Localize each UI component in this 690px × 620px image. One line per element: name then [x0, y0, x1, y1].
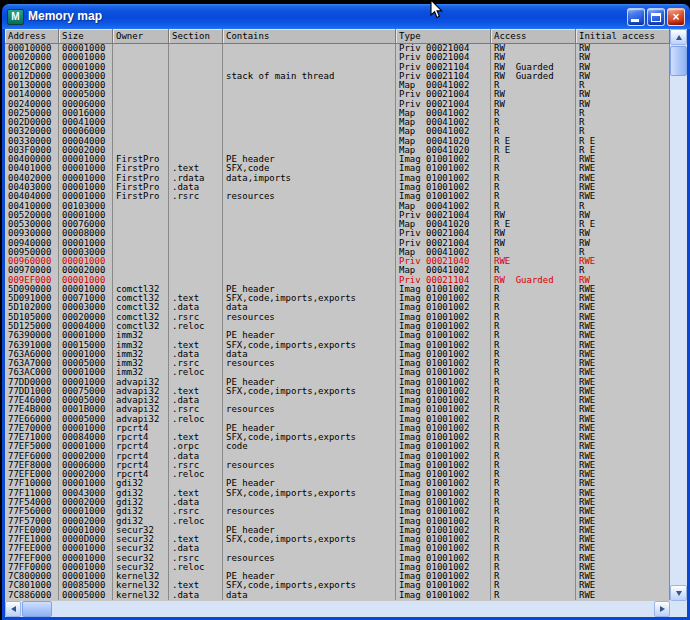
column-header-section[interactable]: Section: [169, 29, 223, 44]
cell-section: [169, 202, 223, 211]
table-row[interactable]: 77DD000000001000advapi32PE headerImag 01…: [5, 378, 670, 387]
table-row[interactable]: 0094000000001000Priv 00021004RWRW: [5, 239, 670, 248]
cell-contains: [223, 81, 396, 90]
scrollbar-corner-resize-grip[interactable]: [670, 601, 687, 617]
column-header-access[interactable]: Access: [491, 29, 576, 44]
table-row[interactable]: 0014000000005000Priv 00021004RWRW: [5, 90, 670, 99]
table-row[interactable]: 0040400000001000FirstPro.rsrcresourcesIm…: [5, 192, 670, 201]
table-row[interactable]: 7639100000015000imm32.textSFX,code,impor…: [5, 341, 670, 350]
table-row[interactable]: 763AC00000001000imm32.relocImag 01001002…: [5, 368, 670, 377]
table-row[interactable]: 0052000000001000Priv 00021004RWRW: [5, 211, 670, 220]
cell-contains: data: [223, 591, 396, 600]
minimize-button[interactable]: [627, 8, 645, 26]
table-row[interactable]: 5D10200000003000comctl32.datadataImag 01…: [5, 303, 670, 312]
cell-address: 00970000: [5, 266, 59, 275]
table-row[interactable]: 7C88600000005000kernel32.datadataImag 01…: [5, 591, 670, 600]
table-row[interactable]: 002D000000041000Map 00041002RR: [5, 118, 670, 127]
table-row[interactable]: 77F5600000001000gdi32.rsrcresourcesImag …: [5, 507, 670, 516]
table-row[interactable]: 5D12500000004000comctl32.relocImag 01001…: [5, 322, 670, 331]
column-header-owner[interactable]: Owner: [113, 29, 169, 44]
vscroll-up-button[interactable]: [670, 29, 687, 45]
table-row[interactable]: 77FF000000001000secur32.relocImag 010010…: [5, 563, 670, 572]
table-row[interactable]: 0032000000006000Map 00041002RR: [5, 127, 670, 136]
table-row[interactable]: 0025000000016000Map 00041002RR: [5, 109, 670, 118]
table-row[interactable]: 0001000000001000Priv 00021004RWRW: [5, 44, 670, 53]
table-row[interactable]: 7C80000000001000kernel32PE headerImag 01…: [5, 572, 670, 581]
table-row[interactable]: 763A600000001000imm32.datadataImag 01001…: [5, 350, 670, 359]
column-header-address[interactable]: Address: [5, 29, 59, 44]
table-row[interactable]: 77EF600000002000rpcrt4.dataImag 01001002…: [5, 452, 670, 461]
table-row[interactable]: 77F5700000002000gdi32.relocImag 01001002…: [5, 517, 670, 526]
table-row[interactable]: 77E7100000084000rpcrt4.textSFX,code,impo…: [5, 433, 670, 442]
cell-section: [169, 146, 223, 155]
table-row[interactable]: 5D10500000020000comctl32.rsrcresourcesIm…: [5, 313, 670, 322]
cell-size: 00001000: [59, 442, 113, 451]
table-row[interactable]: 0040100000001000FirstPro.textSFX,codeIma…: [5, 164, 670, 173]
table-row[interactable]: 0041000000103000Map 00041002RR: [5, 202, 670, 211]
titlebar[interactable]: M Memory map ×: [2, 4, 690, 29]
table-row[interactable]: 77E7000000001000rpcrt4PE headerImag 0100…: [5, 424, 670, 433]
table-row[interactable]: 0033000000004000Map 00041020R ER E: [5, 137, 670, 146]
table-row[interactable]: 77EF800000006000rpcrt4.rsrcresourcesImag…: [5, 461, 670, 470]
table-row[interactable]: 5D09000000001000comctl32PE headerImag 01…: [5, 285, 670, 294]
table-row[interactable]: 0002000000001000Priv 00021004RWRW: [5, 53, 670, 62]
cell-address: 77EF5000: [5, 442, 59, 451]
column-header-size[interactable]: Size: [59, 29, 113, 44]
table-row[interactable]: 009EF00000001000Priv 00021104RW GuardedR…: [5, 276, 670, 285]
column-header-contains[interactable]: Contains: [223, 29, 396, 44]
table-row[interactable]: 0012D00000003000stack of main threadPriv…: [5, 72, 670, 81]
table-row[interactable]: 77EFE00000002000rpcrt4.relocImag 0100100…: [5, 470, 670, 479]
column-header-initial-access[interactable]: Initial access: [576, 29, 670, 44]
table-row[interactable]: 0097000000002000Map 00041002RR: [5, 266, 670, 275]
cell-owner: secur32: [113, 554, 169, 563]
hscroll-thumb[interactable]: [22, 601, 52, 617]
cell-size: 00001000: [59, 350, 113, 359]
table-row[interactable]: 7639000000001000imm32PE headerImag 01001…: [5, 331, 670, 340]
table-row[interactable]: 763A700000005000imm32.rsrcresourcesImag …: [5, 359, 670, 368]
close-button[interactable]: ×: [667, 8, 685, 26]
table-row[interactable]: 77F1000000001000gdi32PE headerImag 01001…: [5, 479, 670, 488]
table-row[interactable]: 0013000000003000Map 00041002RR: [5, 81, 670, 90]
table-row[interactable]: 77FEF00000001000secur32.rsrcresourcesIma…: [5, 554, 670, 563]
table-row[interactable]: 0040300000001000FirstPro.dataImag 010010…: [5, 183, 670, 192]
maximize-button[interactable]: [647, 8, 665, 26]
table-row[interactable]: 0053000000076000Map 00041020R ER E: [5, 220, 670, 229]
table-row[interactable]: 77E4B0000001B000advapi32.rsrcresourcesIm…: [5, 405, 670, 414]
horizontal-scrollbar[interactable]: [5, 601, 670, 617]
table-row[interactable]: 0095000000003000Map 00041002RR: [5, 248, 670, 257]
table-row[interactable]: 003F000000002000Map 00041020R ER E: [5, 146, 670, 155]
vertical-scrollbar[interactable]: [670, 29, 687, 601]
table-row[interactable]: 77E6600000005000advapi32.relocImag 01001…: [5, 415, 670, 424]
table-row[interactable]: 0040000000001000FirstProPE headerImag 01…: [5, 155, 670, 164]
cell-type: Imag 01001002: [396, 563, 491, 572]
table-row[interactable]: 0096000000001000Priv 00021040RWERWE: [5, 257, 670, 266]
table-row[interactable]: 77F5400000002000gdi32.dataImag 01001002R…: [5, 498, 670, 507]
vscroll-down-button[interactable]: [670, 585, 687, 601]
cell-contains: [223, 202, 396, 211]
cell-access: R: [491, 591, 576, 600]
table-row[interactable]: 77FE10000000D000secur32.textSFX,code,imp…: [5, 535, 670, 544]
vscroll-thumb[interactable]: [670, 46, 687, 76]
table-row[interactable]: 77E4600000005000advapi32.dataImag 010010…: [5, 396, 670, 405]
cell-contains: PE header: [223, 572, 396, 581]
hscroll-left-button[interactable]: [5, 601, 21, 617]
cell-address: 00940000: [5, 239, 59, 248]
table-row[interactable]: 0093000000008000Priv 00021004RWRW: [5, 229, 670, 238]
column-header-type[interactable]: Type: [396, 29, 491, 44]
cell-owner: comctl32: [113, 294, 169, 303]
table-row[interactable]: 7C80100000085000kernel32.textSFX,code,im…: [5, 581, 670, 590]
table-row[interactable]: 5D09100000071000comctl32.textSFX,code,im…: [5, 294, 670, 303]
table-row[interactable]: 0012C00000001000Priv 00021104RW GuardedR…: [5, 63, 670, 72]
table-row[interactable]: 0024000000006000Priv 00021004RWRW: [5, 100, 670, 109]
cell-initial: RWE: [576, 368, 670, 377]
table-row[interactable]: 77DD100000075000advapi32.textSFX,code,im…: [5, 387, 670, 396]
cell-address: 763A7000: [5, 359, 59, 368]
table-row[interactable]: 0040200000001000FirstPro.rdatadata,impor…: [5, 174, 670, 183]
cell-owner: [113, 137, 169, 146]
memory-map-icon[interactable]: M: [7, 9, 24, 25]
table-row[interactable]: 77FE000000001000secur32PE headerImag 010…: [5, 526, 670, 535]
table-row[interactable]: 77F1100000043000gdi32.textSFX,code,impor…: [5, 489, 670, 498]
hscroll-right-button[interactable]: [654, 601, 670, 617]
table-row[interactable]: 77FEE00000001000secur32.dataImag 0100100…: [5, 544, 670, 553]
table-row[interactable]: 77EF500000001000rpcrt4.orpccodeImag 0100…: [5, 442, 670, 451]
